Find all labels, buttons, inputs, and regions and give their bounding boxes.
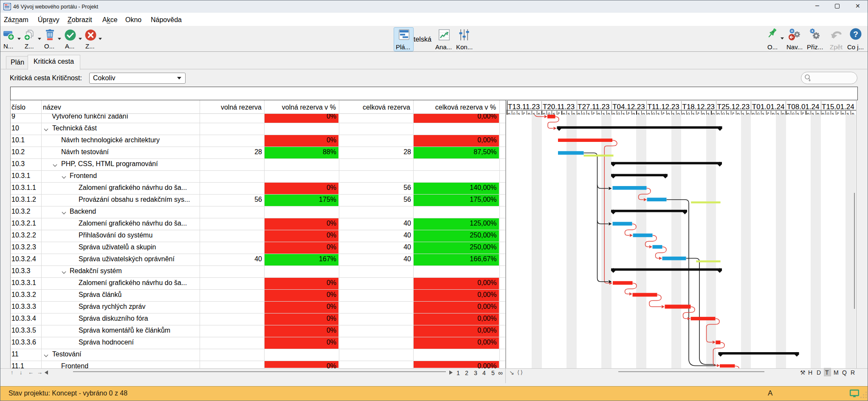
svg-text:?: ? [853, 30, 858, 39]
